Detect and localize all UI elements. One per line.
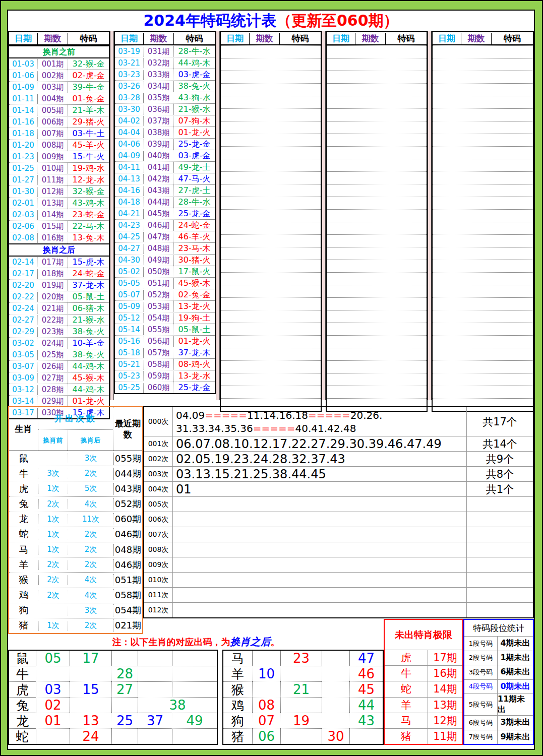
draw-row: 01-27011期12-龙-水 <box>9 174 109 185</box>
zodiac-name: 虎 <box>9 482 38 495</box>
period-cell: 057期 <box>143 348 173 358</box>
empty-draw-row <box>221 134 321 146</box>
draw-row: 03-26034期38-兔-火 <box>115 80 215 92</box>
frequency-total <box>466 573 533 587</box>
date-cell: 03-26 <box>115 82 143 91</box>
period-column-header: 期数 <box>355 33 385 44</box>
number-cell <box>36 728 70 744</box>
empty-draw-row <box>327 171 427 184</box>
segment-label: 2段号码 <box>464 651 498 665</box>
zodiac-stats-row: 鸡2次4次058期 <box>9 588 142 603</box>
empty-draw-row <box>221 234 321 247</box>
draw-row: 02-01013期43-鸡-木 <box>9 197 109 209</box>
number-cell: 30 <box>322 728 349 744</box>
number-cell: 17 <box>70 651 111 666</box>
period-cell: 016期 <box>37 233 68 243</box>
recent-period: 046期 <box>113 559 142 571</box>
draw-row: 01-18007期03-牛-土 <box>9 128 109 139</box>
draw-row: 03-02024期10-羊-金 <box>9 337 109 349</box>
date-cell: 01-11 <box>9 94 37 103</box>
draw-row: 01-16006期29-猪-火 <box>9 116 109 128</box>
period-cell: 037期 <box>143 116 173 126</box>
missing-limit-row: 虎17期 <box>385 650 462 665</box>
period-cell: 017期 <box>37 258 68 267</box>
spreadsheet-page: { "palette":{"red":"#fe0000","blue":"#00… <box>0 0 543 756</box>
empty-draw-row <box>327 121 427 134</box>
recent-period: 044期 <box>113 468 142 480</box>
number-cell <box>322 713 349 728</box>
group-separator <box>216 31 220 400</box>
note-text: 注：以下生肖的对应出码，为换肖之后。 <box>8 634 384 650</box>
frequency-segment: ===== <box>205 409 247 421</box>
frequency-total <box>466 527 533 542</box>
empty-draw-row <box>327 58 427 71</box>
code-cell: 03-虎-金 <box>173 70 215 80</box>
empty-draw-row <box>221 71 321 83</box>
number-cell: 24 <box>70 728 111 744</box>
code-cell: 25-龙-金 <box>173 209 215 219</box>
number-cell: 37 <box>138 713 172 728</box>
code-cell: 44-鸡-木 <box>173 58 215 69</box>
number-cell: 45 <box>349 681 383 697</box>
date-cell: 03-07 <box>9 362 37 371</box>
number-cell: 25 <box>111 713 138 728</box>
date-cell: 05-23 <box>115 371 143 381</box>
period-cell: 034期 <box>143 82 173 91</box>
code-cell: 28-牛-水 <box>173 197 215 208</box>
zodiac-name: 牛 <box>9 467 38 480</box>
code-cell: 29-猪-火 <box>68 117 109 128</box>
segment-stats-row: 6段号码3期未出 <box>464 715 533 730</box>
number-cell: 43 <box>349 713 383 728</box>
empty-draw-row <box>221 386 321 398</box>
code-cell: 01-龙-火 <box>173 336 215 347</box>
empty-draw-row <box>327 348 427 360</box>
draw-row: 05-09053期13-龙-火 <box>115 300 215 312</box>
draw-row: 05-05051期45-猴-木 <box>115 277 215 289</box>
number-cell <box>172 666 217 681</box>
date-cell: 04-30 <box>115 256 143 265</box>
number-cell: 46 <box>349 666 383 681</box>
period-cell: 038期 <box>143 128 173 138</box>
date-cell: 04-04 <box>115 128 143 137</box>
draw-row: 03-07026期44-鸡-木 <box>9 360 109 372</box>
draw-row: 03-21032期44-鸡-木 <box>115 57 215 69</box>
zodiac-stats-row: 猴2次4次051期 <box>9 572 142 587</box>
empty-draw-row <box>433 71 533 83</box>
empty-draw-row <box>327 260 427 272</box>
date-cell: 05-21 <box>115 360 143 369</box>
zodiac-name: 鼠 <box>9 452 38 465</box>
draw-row: 01-25010期19-鸡-水 <box>9 162 109 174</box>
limit-zodiac: 马 <box>385 713 428 728</box>
number-cell: 01 <box>36 713 70 728</box>
draw-row: 04-11041期49-龙-土 <box>115 161 215 173</box>
draw-row: 01-11004期01-兔-金 <box>9 93 109 104</box>
draw-row: 03-09027期45-猴-木 <box>9 372 109 384</box>
frequency-row: 003次03.13.15.21.25.38.44.45共8个 <box>144 466 533 481</box>
number-cell <box>280 666 322 681</box>
count-after: 4次 <box>68 575 113 585</box>
frequency-table: 000次04.09=====11.14.16.18=====20.26.31.3… <box>143 406 534 618</box>
code-cell: 08-鸡-火 <box>173 359 215 370</box>
period-cell: 060期 <box>143 383 173 393</box>
draw-row: 05-25060期25-龙-金 <box>115 382 215 393</box>
count-before: 2次 <box>38 575 68 585</box>
segment-stats-row: 1段号码4期未出 <box>464 636 533 651</box>
frequency-segment: 06.07.08.10.12.17.22.27.29.30.39.46.47.4… <box>176 437 442 451</box>
frequency-row: 001次06.07.08.10.12.17.22.27.29.30.39.46.… <box>144 436 533 451</box>
code-cell: 19-鸡-水 <box>68 163 109 174</box>
section-header-before: 换肖之前 <box>9 45 109 58</box>
zodiac-stats-row: 马1次2次048期 <box>9 542 142 557</box>
zodiac-name: 猪 <box>223 728 252 744</box>
recent-period: 048期 <box>113 544 142 556</box>
frequency-label: 000次 <box>144 407 173 436</box>
code-cell: 01-龙-火 <box>173 128 215 138</box>
empty-draw-row <box>433 234 533 247</box>
period-cell: 015期 <box>37 222 68 231</box>
draw-row: 02-24021期06-猪-木 <box>9 302 109 314</box>
empty-draw-row <box>433 373 533 386</box>
date-cell: 02-08 <box>9 233 37 242</box>
date-cell: 04-23 <box>115 221 143 230</box>
code-column-header: 特码 <box>279 33 321 44</box>
code-cell: 45-猴-木 <box>68 373 109 384</box>
draw-row: 05-07052期02-兔-金 <box>115 289 215 300</box>
